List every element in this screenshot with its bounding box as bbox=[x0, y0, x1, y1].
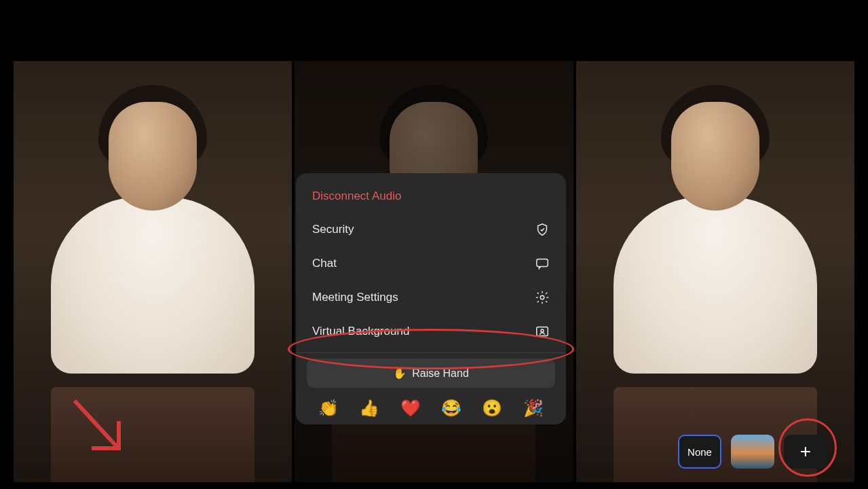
raise-hand-icon: ✋ bbox=[393, 367, 407, 380]
menu-label: Security bbox=[312, 223, 354, 236]
menu-item-security[interactable]: Security bbox=[296, 213, 566, 247]
bg-add-label: + bbox=[800, 441, 811, 463]
disconnect-audio-label: Disconnect Audio bbox=[312, 189, 401, 202]
reaction-thumbs-up[interactable]: 👍 bbox=[359, 399, 379, 418]
raise-hand-button[interactable]: ✋ Raise Hand bbox=[307, 359, 555, 388]
reaction-heart[interactable]: ❤️ bbox=[400, 399, 421, 418]
svg-point-5 bbox=[541, 329, 544, 332]
bg-option-add[interactable]: + bbox=[784, 435, 827, 469]
menu-item-chat[interactable]: Chat bbox=[296, 247, 566, 280]
svg-rect-4 bbox=[537, 327, 548, 336]
reaction-wow[interactable]: 😮 bbox=[482, 399, 502, 418]
reaction-clap[interactable]: 👏 bbox=[318, 399, 339, 418]
raise-hand-label: Raise Hand bbox=[412, 367, 469, 380]
person-placeholder bbox=[14, 61, 292, 482]
menu-label: Meeting Settings bbox=[312, 291, 398, 304]
more-menu: Disconnect Audio Security Chat Meeting S… bbox=[296, 173, 566, 424]
disconnect-audio[interactable]: Disconnect Audio bbox=[296, 185, 566, 213]
reaction-tada[interactable]: 🎉 bbox=[523, 399, 544, 418]
reaction-laugh[interactable]: 😂 bbox=[441, 399, 461, 418]
gear-icon bbox=[535, 290, 550, 305]
bg-option-none[interactable]: None bbox=[678, 435, 721, 469]
video-panel-right: None + bbox=[576, 61, 854, 482]
menu-label: Chat bbox=[312, 257, 337, 270]
menu-divider bbox=[296, 352, 566, 353]
reactions-row: 👏 👍 ❤️ 😂 😮 🎉 bbox=[296, 395, 566, 418]
menu-item-virtual-background[interactable]: Virtual Background bbox=[296, 314, 566, 348]
menu-item-meeting-settings[interactable]: Meeting Settings bbox=[296, 280, 566, 314]
virtual-bg-icon bbox=[535, 324, 550, 339]
shield-icon bbox=[535, 222, 550, 237]
video-panel-left bbox=[14, 61, 292, 482]
chat-icon bbox=[535, 256, 550, 271]
bg-none-label: None bbox=[687, 446, 712, 458]
background-options: None + bbox=[678, 435, 827, 469]
person-placeholder bbox=[576, 61, 854, 482]
svg-point-3 bbox=[540, 295, 544, 300]
menu-label: Virtual Background bbox=[312, 325, 409, 338]
bg-option-image[interactable] bbox=[731, 435, 774, 469]
svg-rect-2 bbox=[537, 259, 548, 267]
